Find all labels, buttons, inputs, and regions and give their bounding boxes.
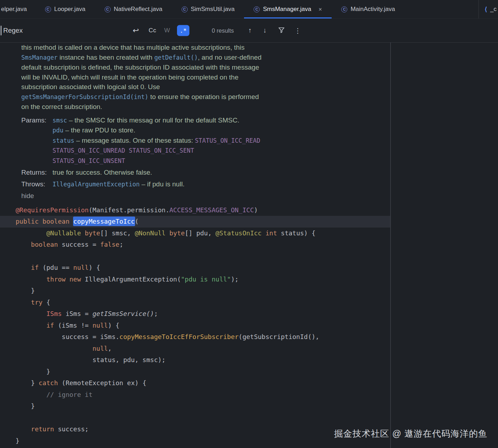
doc-line: IllegalArgumentException – if pdu is nul… (52, 179, 390, 190)
token-annred: @RequiresPermission (16, 206, 89, 214)
token-docconst: STATUS_ON_ICC_UNSENT (52, 157, 125, 164)
token-doc: subscription associated with logical slo… (21, 83, 160, 91)
match-case-toggle[interactable]: Cc (149, 27, 156, 34)
doc-section-params: Params:smsc – the SMSC for this messag o… (21, 115, 390, 166)
code-line[interactable]: boolean success = false; (0, 239, 390, 251)
code-line[interactable]: } (0, 435, 390, 447)
token-plain: ; (154, 310, 158, 317)
token-plain (16, 310, 46, 317)
code-line[interactable]: @Nullable byte[] smsc, @NonNull byte[] p… (0, 228, 390, 239)
class-icon: C (105, 6, 111, 12)
class-icon: C (341, 6, 347, 12)
close-icon[interactable]: ✕ (319, 7, 322, 12)
token-plain: } (16, 368, 50, 375)
javadoc-rendered: this method is called on a device that h… (0, 42, 390, 201)
token-plain: } (16, 287, 35, 294)
prev-match-icon[interactable]: ↑ (248, 27, 252, 34)
code-line[interactable]: } catch (RemoteException ex) { (0, 377, 390, 389)
doc-hide-link[interactable]: hide (21, 191, 390, 201)
token-kw: catch (39, 379, 62, 387)
token-doc: on the correct subscription. (21, 103, 102, 110)
tab-label: NativeReflect.java (114, 6, 162, 13)
token-doc: – message status. One of these status: (74, 137, 195, 144)
token-plain (16, 345, 93, 352)
token-plain: status, pdu, smsc); (16, 356, 166, 364)
token-docconst: STATUS_ON_ICC_UNREAD STATUS_ON_ICC_SENT (52, 147, 194, 154)
token-plain: { (46, 299, 50, 306)
code-line[interactable]: success = iSms.copyMessageToIccEfForSubs… (0, 331, 390, 343)
code-line[interactable] (0, 412, 390, 424)
tab-label: elper.java (1, 6, 27, 13)
token-method: copyMessageToIccEfForSubscriber (120, 333, 239, 340)
next-match-icon[interactable]: ↓ (263, 27, 267, 34)
doc-section-values: smsc – the SMSC for this messag or null … (52, 115, 390, 166)
tab-mainactivity-java[interactable]: CMainActivity.java (332, 0, 404, 18)
code-line[interactable]: status, pdu, smsc); (0, 354, 390, 366)
tab--c[interactable]: ⟨_c (478, 0, 498, 18)
code-line[interactable]: throw new IllegalArgumentException("pdu … (0, 274, 390, 285)
token-kw: throw new (46, 275, 85, 283)
code-block: @RequiresPermission(Manifest.permission.… (0, 204, 390, 447)
token-plain: ; (120, 241, 123, 248)
code-line[interactable]: ISms iSms = getISmsService(); (0, 308, 390, 320)
editor-pane-right[interactable] (391, 42, 498, 448)
tab-simsmsutil-java[interactable]: CSimSmsUtil.java (172, 0, 244, 18)
token-kw: if (31, 264, 43, 271)
doc-section-returns: Returns:true for success. Otherwise fals… (21, 168, 390, 177)
token-doc: – the SMSC for this messag or null for t… (67, 116, 239, 124)
code-line[interactable]: } (0, 400, 390, 412)
code-line[interactable]: @RequiresPermission(Manifest.permission.… (0, 204, 390, 216)
code-line[interactable]: } (0, 285, 390, 297)
text-caret (1, 26, 1, 35)
filter-icon[interactable] (278, 26, 285, 35)
tab-label: MainActivity.java (350, 6, 395, 13)
doc-line: pdu – the raw PDU to store. (52, 125, 390, 136)
token-doc: instance has been created with (57, 54, 154, 61)
token-doc: this method is called on a device that h… (21, 44, 244, 51)
doc-section-label: Throws: (21, 179, 52, 190)
tab-elper-java[interactable]: elper.java (0, 0, 35, 18)
token-kw: try (31, 299, 46, 306)
token-doc: , and no user-defined (198, 54, 262, 61)
token-kw: if (46, 322, 58, 329)
token-plain: ); (231, 275, 239, 283)
tab-label: SimSmsUtil.java (191, 6, 235, 13)
code-line[interactable]: } (0, 366, 390, 378)
token-str: "pdu is null" (181, 275, 231, 283)
code-line[interactable]: if (pdu == null) { (0, 262, 390, 274)
doc-line: subscription associated with logical slo… (21, 82, 390, 92)
tab-smsmanager-java[interactable]: CSmsManager.java✕ (244, 0, 332, 18)
token-plain: success = (62, 241, 100, 248)
tab-looper-java[interactable]: CLooper.java (35, 0, 95, 18)
code-line[interactable]: // ignore it (0, 389, 390, 401)
token-plain: (RemoteException ex) { (62, 379, 146, 387)
token-plain (16, 322, 46, 329)
code-line[interactable] (0, 251, 390, 262)
doc-line: on the correct subscription. (21, 102, 390, 112)
regex-toggle[interactable]: .* (177, 25, 189, 36)
ide-window: elper.javaCLooper.javaCNativeReflect.jav… (0, 0, 498, 43)
doc-section-throws: Throws:IllegalArgumentException – if pdu… (21, 179, 390, 190)
code-line[interactable]: public boolean copyMessageToIcc( (0, 216, 390, 228)
newline-icon[interactable]: ↩ (133, 26, 139, 35)
code-line[interactable]: try { (0, 297, 390, 308)
token-doc: – if pdu is null. (140, 180, 185, 188)
more-options-icon[interactable]: ⋮ (294, 27, 301, 35)
token-plain: success = iSms. (16, 333, 120, 340)
class-icon: C (45, 6, 51, 12)
token-kw: int (265, 229, 281, 237)
token-plain (16, 264, 31, 271)
code-line[interactable]: return success; (0, 424, 390, 435)
doc-section-values: true for success. Otherwise false. (52, 168, 390, 177)
token-kw: return (31, 425, 58, 433)
doc-line: getSmsManagerForSubscriptionId(int) to e… (21, 92, 390, 102)
tab-nativereflect-java[interactable]: CNativeReflect.java (95, 0, 172, 18)
token-doc: to ensure the operation is performed (148, 93, 259, 100)
code-line[interactable]: if (iSms != null) { (0, 320, 390, 332)
search-input[interactable]: Regex (3, 27, 23, 34)
token-ann: @NonNull (135, 229, 170, 237)
editor-pane-left[interactable]: this method is called on a device that h… (0, 42, 390, 448)
code-line[interactable]: null, (0, 343, 390, 355)
whole-words-toggle[interactable]: W (164, 27, 170, 34)
funnel-glyph (278, 26, 285, 34)
